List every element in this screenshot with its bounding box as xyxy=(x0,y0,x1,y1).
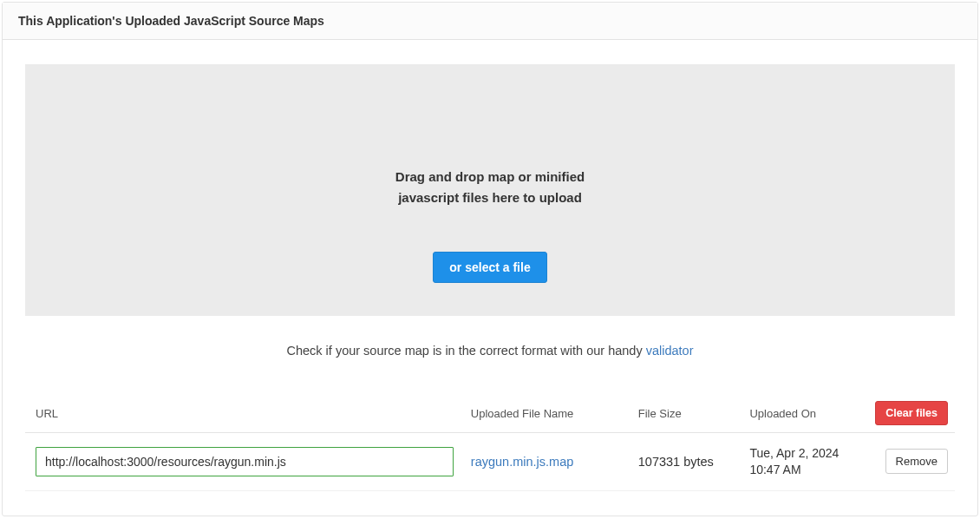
source-maps-table-wrap: URL Uploaded File Name File Size Uploade… xyxy=(25,394,955,491)
validator-link[interactable]: validator xyxy=(646,344,694,358)
panel-body: Drag and drop map or minified javascript… xyxy=(3,40,977,516)
table-row: raygun.min.js.map 107331 bytes Tue, Apr … xyxy=(25,433,955,491)
uploaded-filename-link[interactable]: raygun.min.js.map xyxy=(471,455,573,469)
uploaded-on-cell: Tue, Apr 2, 2024 10:47 AM xyxy=(741,433,861,491)
remove-button[interactable]: Remove xyxy=(885,449,948,474)
dropzone-line2: javascript files here to upload xyxy=(395,187,585,208)
dropzone-line1: Drag and drop map or minified xyxy=(395,167,585,187)
source-maps-panel: This Application's Uploaded JavaScript S… xyxy=(2,2,978,516)
dropzone-instructions: Drag and drop map or minified javascript… xyxy=(395,167,585,208)
col-header-actions: Clear files xyxy=(862,394,955,433)
col-header-size: File Size xyxy=(630,394,742,433)
col-header-url: URL xyxy=(25,394,462,433)
file-size-cell: 107331 bytes xyxy=(630,433,742,491)
clear-files-button[interactable]: Clear files xyxy=(875,401,948,425)
source-maps-table: URL Uploaded File Name File Size Uploade… xyxy=(25,394,955,491)
col-header-uploaded-on: Uploaded On xyxy=(741,394,861,433)
panel-title: This Application's Uploaded JavaScript S… xyxy=(18,14,962,28)
url-input[interactable] xyxy=(36,447,454,476)
select-file-button[interactable]: or select a file xyxy=(433,252,546,283)
upload-dropzone[interactable]: Drag and drop map or minified javascript… xyxy=(25,64,955,316)
col-header-filename: Uploaded File Name xyxy=(462,394,630,433)
validator-note: Check if your source map is in the corre… xyxy=(25,344,955,358)
validator-note-text: Check if your source map is in the corre… xyxy=(286,344,645,358)
panel-header: This Application's Uploaded JavaScript S… xyxy=(3,3,977,40)
